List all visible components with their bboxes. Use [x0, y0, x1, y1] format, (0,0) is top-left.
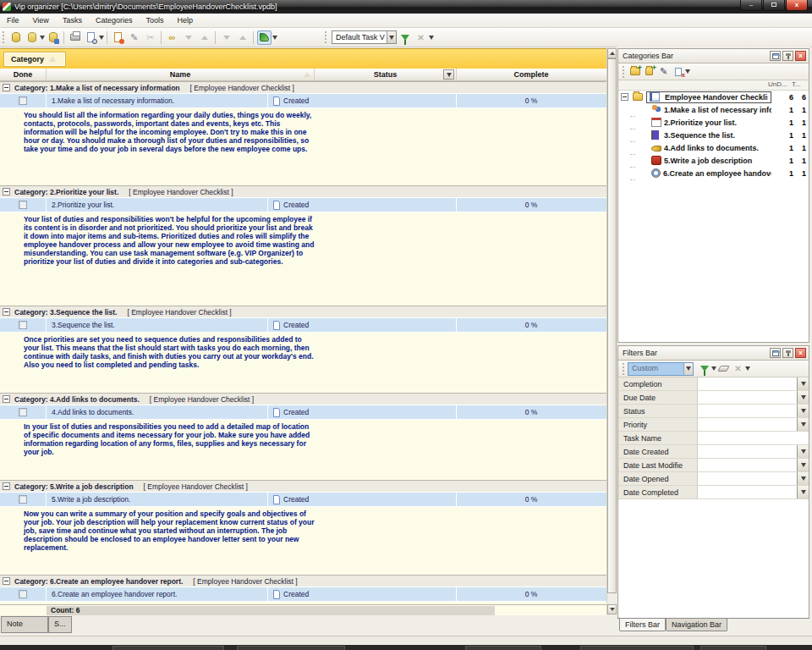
move-up-icon[interactable]	[197, 30, 211, 45]
panel-close-button[interactable]: x	[795, 51, 806, 61]
collapse-icon[interactable]	[621, 93, 628, 101]
print-options-dropdown-icon[interactable]	[99, 36, 104, 40]
done-checkbox[interactable]	[19, 96, 27, 105]
column-complete[interactable]: Complete	[457, 69, 606, 80]
filter-dropdown-button[interactable]	[797, 472, 809, 485]
print-preview-icon[interactable]	[84, 30, 98, 45]
column-status[interactable]: Status	[315, 69, 457, 80]
task-view-dropdown[interactable]	[387, 31, 396, 43]
done-checkbox[interactable]	[19, 590, 27, 598]
delete-filter-icon[interactable]: ✕	[731, 362, 745, 376]
tree-col-undone[interactable]: UnD...	[768, 80, 792, 90]
print-icon[interactable]	[68, 30, 82, 45]
taskbar-button[interactable]	[580, 646, 694, 650]
tree-root-row[interactable]: Employee Handover Checklist 6 6	[618, 91, 809, 103]
tab-navigation-bar[interactable]: Navigation Bar	[666, 619, 727, 631]
filter-value-field[interactable]	[698, 418, 797, 431]
move-down-icon[interactable]	[181, 30, 195, 45]
filter-preset-select[interactable]: Custom	[628, 362, 694, 376]
filters-toolbar-options-icon[interactable]	[745, 366, 750, 371]
panel-close-button[interactable]: x	[795, 348, 806, 358]
collapse-icon[interactable]	[3, 577, 10, 585]
filter-value-field[interactable]	[698, 486, 797, 499]
taskbar-button[interactable]	[700, 646, 766, 650]
filter-value-field[interactable]	[698, 432, 809, 444]
save-database-icon[interactable]	[46, 30, 60, 45]
group-header[interactable]: Category: 1.Make a list of necessary inf…	[0, 82, 606, 93]
taskbar-button[interactable]	[112, 646, 224, 650]
add-subcategory-icon[interactable]: +	[642, 65, 656, 79]
filter-preset-dropdown[interactable]	[683, 363, 693, 375]
edit-category-icon[interactable]: ✎	[656, 65, 671, 79]
filter-value-field[interactable]	[698, 459, 797, 471]
grid-vertical-scrollbar[interactable]	[606, 48, 616, 614]
done-checkbox[interactable]	[19, 321, 27, 329]
open-database-icon[interactable]	[25, 30, 39, 45]
group-header[interactable]: Category: 5.Write a job description [ Em…	[0, 481, 606, 492]
filter-dropdown-button[interactable]	[797, 391, 809, 404]
task-row[interactable]: 6.Create an employee handover report. Cr…	[0, 587, 606, 602]
clear-view-icon[interactable]: ✕	[414, 30, 428, 45]
panels-toggle-icon[interactable]	[257, 30, 272, 45]
group-by-category-chip[interactable]: Category	[4, 52, 65, 66]
menu-tasks[interactable]: Tasks	[56, 14, 89, 26]
column-done[interactable]: Done	[0, 69, 47, 80]
collapse-icon[interactable]	[3, 308, 10, 316]
menu-view[interactable]: View	[26, 14, 56, 26]
delete-task-icon[interactable]: ✂	[143, 30, 157, 45]
tree-item-row[interactable]: 5.Write a job description 1 1	[618, 154, 809, 167]
tree-item-row[interactable]: 4.Add links to documents. 1 1	[618, 141, 809, 154]
scrollbar-thumb[interactable]	[607, 58, 617, 593]
group-header[interactable]: Category: 6.Create an employee handover …	[0, 576, 606, 587]
filter-dropdown-button[interactable]	[797, 418, 809, 431]
categories-toolbar-options-icon[interactable]	[685, 69, 690, 74]
view-notes-icon[interactable]: ∞	[165, 30, 179, 45]
filter-value-field[interactable]	[698, 472, 797, 485]
menu-file[interactable]: File	[0, 14, 26, 26]
filter-dropdown-button[interactable]	[797, 445, 809, 458]
toolbar-options-dropdown-icon[interactable]	[272, 36, 277, 40]
column-name[interactable]: Name	[47, 69, 315, 80]
group-header[interactable]: Category: 3.Sequence the list. [ Employe…	[0, 306, 606, 317]
apply-filter-icon[interactable]	[697, 362, 711, 376]
menu-tools[interactable]: Tools	[139, 14, 170, 26]
filter-dropdown-button[interactable]	[797, 377, 809, 390]
taskbar-button[interactable]	[237, 646, 345, 650]
collapse-icon[interactable]	[3, 482, 10, 490]
apply-view-icon[interactable]	[398, 30, 412, 45]
scroll-down-button[interactable]	[607, 604, 617, 614]
taskbar-button[interactable]	[465, 646, 541, 650]
collapse-icon[interactable]	[3, 188, 10, 196]
collapse-icon[interactable]	[3, 395, 10, 403]
open-database-dropdown-icon[interactable]	[40, 36, 45, 40]
done-checkbox[interactable]	[19, 495, 27, 504]
collapse-icon[interactable]	[3, 84, 10, 91]
menu-categories[interactable]: Categories	[89, 14, 140, 26]
tree-item-row[interactable]: 6.Create an employee handove 1 1	[618, 167, 809, 179]
task-row[interactable]: 4.Add links to documents. Created 0 %	[0, 405, 606, 420]
delete-category-icon[interactable]: x	[671, 65, 685, 79]
tree-item-row[interactable]: 1.Make a list of necessary info 1 1	[618, 103, 809, 116]
panel-pin-button[interactable]	[782, 51, 793, 61]
move-to-top-icon[interactable]	[235, 30, 250, 45]
panel-pin-button[interactable]	[782, 348, 793, 358]
tab-note[interactable]: Note	[1, 616, 48, 633]
task-row[interactable]: 5.Write a job description. Created 0 %	[0, 492, 606, 507]
status-filter-dropdown[interactable]	[443, 69, 454, 80]
filter-value-field[interactable]	[698, 391, 797, 404]
filter-value-field[interactable]	[698, 445, 797, 458]
done-checkbox[interactable]	[19, 201, 27, 209]
minimize-button[interactable]: –	[740, 0, 762, 11]
maximize-button[interactable]	[763, 0, 785, 11]
tab-s[interactable]: S...	[48, 616, 72, 633]
tree-col-total[interactable]: T...	[792, 80, 809, 90]
filter-value-field[interactable]	[698, 405, 797, 417]
clear-filter-icon[interactable]	[716, 362, 731, 376]
tab-filters-bar[interactable]: Filters Bar	[619, 619, 666, 631]
task-row[interactable]: 1.Make a list of necessary information. …	[0, 93, 606, 108]
panel-menu-button[interactable]	[770, 51, 781, 61]
scroll-up-button[interactable]	[607, 48, 617, 58]
task-row[interactable]: 3.Sequence the list. Created 0 %	[0, 317, 606, 333]
task-view-select[interactable]: Default Task V	[332, 30, 397, 44]
tree-item-row[interactable]: 2.Prioritize your list. 1 1	[618, 116, 809, 129]
